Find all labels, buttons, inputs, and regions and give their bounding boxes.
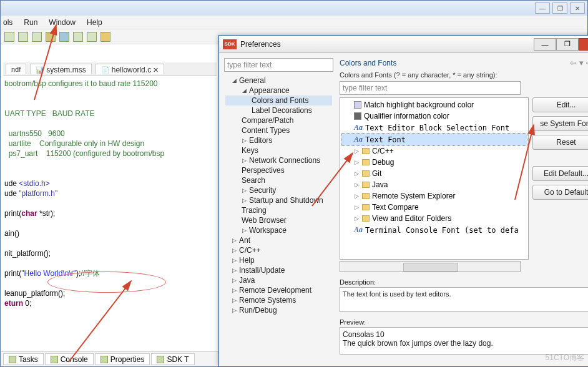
properties-icon	[100, 356, 108, 363]
preferences-tree[interactable]: ◢General ◢Appearance Colors and Fonts La…	[224, 74, 333, 361]
font-buttons: Edit... se System Font Reset Edit Defaul…	[532, 97, 588, 260]
folder-icon	[362, 204, 370, 210]
tree-startup[interactable]: ▷Startup and Shutdown	[225, 195, 332, 205]
menu-help[interactable]: Help	[87, 18, 102, 27]
chevron-right-icon: ▷	[232, 268, 237, 273]
horizontal-scrollbar[interactable]	[340, 261, 521, 272]
tree-security[interactable]: ▷Security	[225, 185, 332, 195]
tree-ant[interactable]: ▷Ant	[225, 235, 332, 245]
tree-label-decorations[interactable]: Label Decorations	[225, 105, 332, 115]
list-item[interactable]: Match highlight background color	[341, 99, 527, 110]
editor-area: ndf 📊 system.mss 📄 helloworld.c ✕ bootro…	[1, 60, 219, 353]
list-item[interactable]: ▷View and Editor Folders	[341, 213, 527, 224]
list-item[interactable]: ▷Java	[341, 179, 527, 190]
list-item[interactable]: AaTerminal Console Font (set to defa	[341, 224, 527, 236]
use-system-font-button[interactable]: se System Font	[532, 116, 588, 131]
menu-tools[interactable]: ols	[3, 18, 12, 27]
chevron-right-icon: ▷	[232, 298, 237, 303]
description-label: Description:	[340, 278, 588, 286]
tree-run-debug[interactable]: ▷Run/Debug	[225, 305, 332, 315]
tree-network[interactable]: ▷Network Connections	[225, 155, 332, 165]
list-item[interactable]: ▷Git	[341, 168, 527, 179]
edit-button[interactable]: Edit...	[532, 97, 588, 112]
tree-colors-fonts[interactable]: Colors and Fonts	[225, 95, 332, 105]
chevron-right-icon: ▷	[232, 248, 237, 253]
pref-close-button[interactable]: ✕	[579, 38, 588, 51]
folder-icon	[362, 159, 370, 165]
maximize-button[interactable]: ❐	[552, 2, 567, 14]
tree-remote-dev[interactable]: ▷Remote Development	[225, 285, 332, 295]
chevron-right-icon: ▷	[242, 198, 247, 203]
menu-window[interactable]: Window	[49, 18, 76, 27]
preferences-window: SDK Preferences — ❐ ✕ type filter text ◢…	[218, 35, 588, 367]
toolbar-icon[interactable]	[4, 32, 14, 42]
font-icon: Aa	[354, 135, 363, 144]
tree-perspectives[interactable]: Perspectives	[225, 165, 332, 175]
tree-web-browser[interactable]: Web Browser	[225, 215, 332, 225]
preferences-title-bar: SDK Preferences — ❐ ✕	[219, 36, 588, 53]
tree-help[interactable]: ▷Help	[225, 255, 332, 265]
chevron-right-icon: ▷	[242, 158, 247, 164]
menu-run[interactable]: Run	[24, 18, 37, 27]
tab-console[interactable]: Console	[45, 353, 94, 365]
tree-keys[interactable]: Keys	[225, 145, 332, 155]
preferences-content-panel: Colors and Fonts ⇦▾⇨▾ Colors and Fonts (…	[340, 58, 588, 361]
tab-mdf[interactable]: ndf	[6, 64, 26, 74]
color-swatch-icon	[354, 112, 361, 120]
preferences-title: Preferences	[240, 40, 534, 49]
code-editor[interactable]: bootrom/bsp configures it to baud rate 1…	[3, 76, 217, 311]
preview-label: Preview:	[340, 318, 588, 326]
tab-tasks[interactable]: Tasks	[3, 353, 44, 365]
tree-content-types[interactable]: Content Types	[225, 125, 332, 135]
tab-sdk[interactable]: SDK T	[151, 353, 194, 365]
tree-filter-input[interactable]: type filter text	[224, 58, 333, 72]
tree-remote-systems[interactable]: ▷Remote Systems	[225, 295, 332, 305]
go-to-default-button[interactable]: Go to Default	[532, 185, 588, 200]
minimize-button[interactable]: —	[535, 2, 550, 14]
tasks-icon	[9, 356, 16, 363]
tree-search[interactable]: Search	[225, 175, 332, 185]
toolbar-icon[interactable]	[18, 32, 28, 42]
tree-compare[interactable]: Compare/Patch	[225, 115, 332, 125]
toolbar-icon[interactable]	[32, 32, 42, 42]
tree-tracing[interactable]: Tracing	[225, 205, 332, 215]
chevron-right-icon: ▷	[232, 288, 237, 293]
pref-maximize-button[interactable]: ❐	[556, 38, 579, 51]
toolbar-icon[interactable]	[87, 32, 97, 42]
console-icon	[51, 356, 58, 363]
list-item[interactable]: ▷Remote System Explorer	[341, 190, 527, 202]
reset-button[interactable]: Reset	[532, 135, 588, 150]
list-item[interactable]: AaText Editor Block Selection Font	[341, 122, 527, 134]
tree-editors[interactable]: ▷Editors	[225, 135, 332, 145]
edit-default-button[interactable]: Edit Default...	[532, 166, 588, 181]
toolbar-icon[interactable]	[73, 32, 83, 42]
font-filter-input[interactable]: type filter text	[340, 81, 521, 95]
tree-java[interactable]: ▷Java	[225, 275, 332, 285]
tab-helloworld[interactable]: 📄 helloworld.c ✕	[96, 64, 165, 74]
list-item-text-font[interactable]: AaText Font	[341, 134, 527, 145]
tree-install[interactable]: ▷Install/Update	[225, 265, 332, 275]
list-item[interactable]: Qualifier information color	[341, 110, 527, 122]
toolbar-icon[interactable]	[59, 32, 69, 42]
page-description: Colors and Fonts (? = any character, * =…	[340, 71, 588, 79]
close-button[interactable]: ✕	[570, 2, 585, 14]
tab-properties[interactable]: Properties	[95, 353, 150, 365]
list-item[interactable]: ▷Text Compare	[341, 202, 527, 213]
sdk-icon	[157, 356, 164, 363]
chevron-right-icon: ▷	[232, 308, 237, 313]
menu-bar: ols Run Window Help	[1, 16, 587, 29]
tab-mss[interactable]: 📊 system.mss	[30, 64, 91, 74]
colors-fonts-list[interactable]: Match highlight background color Qualifi…	[340, 97, 529, 260]
chevron-right-icon: ▷	[232, 238, 237, 243]
list-item[interactable]: ▷Debug	[341, 157, 527, 168]
list-item[interactable]: ▷C/C++	[341, 145, 527, 157]
page-heading: Colors and Fonts ⇦▾⇨▾	[340, 58, 588, 67]
back-icon[interactable]: ⇦	[570, 58, 577, 67]
tree-general[interactable]: ◢General	[225, 76, 332, 86]
tree-workspace[interactable]: ▷Workspace	[225, 225, 332, 235]
toolbar-icon[interactable]	[46, 32, 56, 42]
pref-minimize-button[interactable]: —	[534, 38, 556, 51]
tree-cpp[interactable]: ▷C/C++	[225, 245, 332, 255]
toolbar-icon[interactable]	[100, 32, 110, 42]
tree-appearance[interactable]: ◢Appearance	[225, 86, 332, 95]
